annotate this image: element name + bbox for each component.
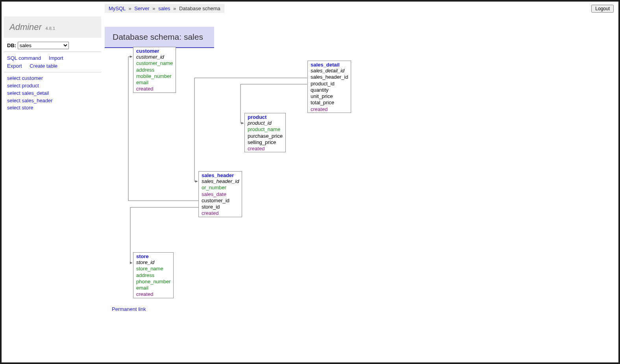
table-name[interactable]: sales_detail: [308, 61, 351, 68]
column: sales_header_id: [199, 178, 242, 185]
column: product_id: [245, 120, 285, 126]
sql-command-link[interactable]: SQL command: [7, 54, 41, 62]
column: store_id: [133, 259, 173, 266]
table-product[interactable]: product product_id product_name purchase…: [244, 113, 286, 152]
import-link[interactable]: Import: [49, 54, 63, 62]
table-link[interactable]: select store: [7, 104, 98, 112]
export-link[interactable]: Export: [7, 62, 22, 70]
column: selling_price: [245, 139, 285, 146]
schema-canvas[interactable]: customer customer_id customer_name addre…: [105, 43, 614, 358]
column: purchase_price: [245, 133, 285, 139]
breadcrumb-server[interactable]: Server: [134, 6, 149, 11]
app-version: 4.8.1: [46, 26, 55, 31]
column: customer_id: [133, 54, 176, 60]
column: email: [133, 285, 173, 291]
app-name: Adminer: [9, 22, 42, 32]
column: created: [308, 106, 351, 113]
column: phone_number: [133, 279, 173, 285]
table-sales-detail[interactable]: sales_detail sales_detail_id sales_heade…: [307, 61, 351, 113]
column: created: [245, 146, 285, 152]
column: quantity: [308, 87, 351, 93]
breadcrumb-driver[interactable]: MySQL: [109, 6, 126, 11]
breadcrumb-db[interactable]: sales: [158, 6, 170, 11]
column: address: [133, 272, 173, 279]
breadcrumb-sep: »: [127, 6, 133, 11]
column: sales_date: [199, 191, 242, 198]
column: unit_price: [308, 93, 351, 100]
app-logo: Adminer 4.8.1: [4, 17, 101, 38]
table-name[interactable]: sales_header: [199, 172, 242, 178]
breadcrumb-current: Database schema: [179, 6, 220, 11]
permanent-link[interactable]: Permanent link: [112, 306, 146, 312]
breadcrumb-sep: »: [172, 6, 178, 11]
column: store_name: [133, 266, 173, 272]
column: customer_id: [199, 198, 242, 204]
svg-marker-0: [130, 55, 132, 58]
column: created: [133, 86, 176, 92]
create-table-link[interactable]: Create table: [30, 62, 57, 70]
column: total_price: [308, 100, 351, 106]
column: created: [133, 291, 173, 297]
breadcrumb: MySQL » Server » sales » Database schema: [105, 4, 224, 13]
column: product_name: [245, 126, 285, 133]
table-store[interactable]: store store_id store_name address phone_…: [133, 252, 174, 298]
svg-marker-1: [130, 262, 132, 264]
table-customer[interactable]: customer customer_id customer_name addre…: [133, 47, 176, 93]
logout-button[interactable]: [591, 5, 614, 13]
svg-marker-3: [241, 122, 244, 124]
svg-marker-2: [195, 180, 198, 183]
breadcrumb-sep: »: [151, 6, 157, 11]
column: sales_detail_id: [308, 68, 351, 74]
column: or_number: [199, 185, 242, 191]
column: address: [133, 67, 176, 73]
table-name[interactable]: store: [133, 253, 173, 259]
column: email: [133, 79, 176, 86]
db-select[interactable]: sales: [18, 42, 69, 49]
table-sales-header[interactable]: sales_header sales_header_id or_number s…: [198, 171, 242, 217]
column: sales_header_id: [308, 74, 351, 80]
table-name[interactable]: customer: [133, 47, 176, 54]
table-link[interactable]: select sales_detail: [7, 90, 98, 97]
db-label: DB:: [7, 42, 16, 48]
column: store_id: [199, 204, 242, 210]
column: customer_name: [133, 60, 176, 67]
table-link[interactable]: select product: [7, 82, 98, 90]
column: created: [199, 210, 242, 216]
column: product_id: [308, 81, 351, 87]
table-name[interactable]: product: [245, 113, 285, 120]
table-link[interactable]: select sales_header: [7, 97, 98, 105]
column: mobile_number: [133, 73, 176, 79]
table-link[interactable]: select customer: [7, 75, 98, 82]
